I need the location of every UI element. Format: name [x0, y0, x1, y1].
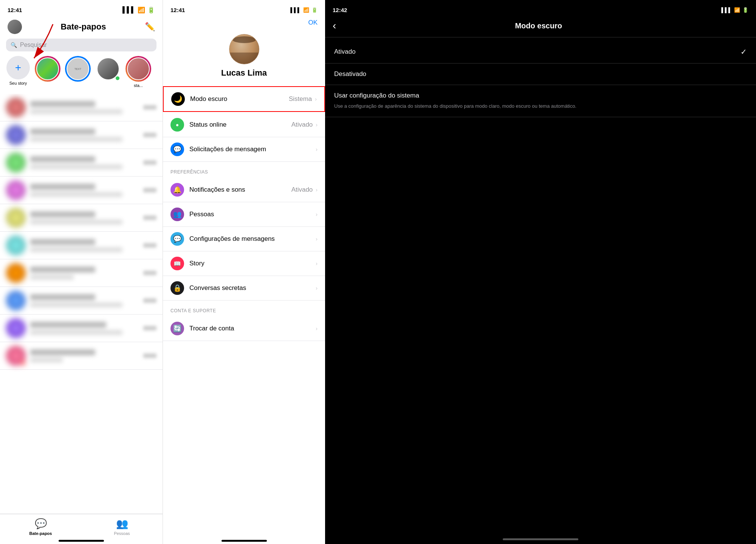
search-icon: 🔍 — [11, 42, 17, 48]
story-item-3[interactable] — [95, 56, 121, 88]
stories-row: + Seu story TEXT — [0, 56, 163, 94]
notifications-chevron: › — [316, 187, 318, 193]
dark-mode-label: Modo escuro — [190, 95, 289, 103]
config-messages-icon: 💬 — [170, 232, 184, 246]
ok-button[interactable]: OK — [308, 19, 318, 26]
dark-mode-option-ativado[interactable]: Ativado ✓ — [325, 40, 756, 64]
chat-tab-icon: 💬 — [35, 518, 47, 530]
tab-pessoas[interactable]: 👥 Pessoas — [81, 518, 163, 536]
chat-text-5 — [30, 211, 139, 225]
status-time-2: 12:41 — [170, 7, 185, 13]
chat-avatar-10 — [6, 346, 26, 366]
avatar-img — [8, 20, 22, 34]
wifi-icon-2: 📶 — [303, 7, 309, 13]
story-item-1[interactable] — [35, 56, 60, 88]
chat-list — [0, 94, 163, 514]
status-online-chevron: › — [316, 122, 318, 128]
panel-dark-mode: 12:42 ▌▌▌ 📶 🔋 ‹ Modo escuro Ativado ✓ De… — [325, 0, 756, 544]
status-icons-3: ▌▌▌ 📶 🔋 — [721, 7, 748, 13]
usar-config-section[interactable]: Usar configuração do sistema Use a confi… — [325, 85, 756, 117]
ok-button-row: OK — [163, 17, 325, 30]
chat-row-2[interactable] — [0, 121, 163, 149]
chat-row-10[interactable] — [0, 342, 163, 370]
chat-row-7[interactable] — [0, 259, 163, 287]
menu-item-switch-account[interactable]: 🔄 Trocar de conta › — [163, 316, 325, 341]
tab-bar: 💬 Bate-papos 👥 Pessoas — [0, 514, 163, 544]
chat-time-1 — [143, 105, 156, 110]
ativado-label: Ativado — [334, 48, 356, 56]
menu-item-story[interactable]: 📖 Story › — [163, 251, 325, 276]
dark-mode-icon: 🌙 — [171, 92, 185, 106]
story-ring-4 — [125, 56, 151, 82]
message-requests-label: Solicitações de mensagem — [189, 146, 316, 153]
status-bar-3: 12:42 ▌▌▌ 📶 🔋 — [325, 0, 756, 17]
story-item-2[interactable]: TEXT — [65, 56, 91, 88]
home-indicator-2 — [222, 540, 267, 542]
chat-time-7 — [143, 271, 156, 275]
chat-text-8 — [30, 294, 139, 307]
chat-row-1[interactable] — [0, 94, 163, 121]
status-bar-1: 12:41 ▌▌▌ 📶 🔋 — [0, 0, 163, 17]
chat-row-4[interactable] — [0, 177, 163, 204]
menu-item-message-requests[interactable]: 💬 Solicitações de mensagem › — [163, 137, 325, 162]
chat-time-2 — [143, 133, 156, 137]
story-ring-3 — [95, 56, 121, 82]
menu-item-dark-mode[interactable]: 🌙 Modo escuro Sistema › — [163, 86, 325, 112]
chat-avatar-3 — [6, 153, 26, 172]
battery-icon-3: 🔋 — [742, 7, 748, 13]
story-avatar-4 — [127, 57, 150, 80]
chat-avatar-1 — [6, 98, 26, 117]
dark-mode-page-title: Modo escuro — [344, 22, 733, 30]
chat-avatar-7 — [6, 263, 26, 283]
message-requests-chevron: › — [316, 146, 318, 152]
chat-text-9 — [30, 322, 139, 335]
section-header-account: CONTA E SUPORTE — [163, 301, 325, 316]
tab-bate-papos[interactable]: 💬 Bate-papos — [0, 518, 81, 536]
search-bar[interactable]: 🔍 Pesquisar — [6, 39, 156, 51]
story-label-4: sta... — [134, 83, 143, 88]
usar-config-description: Use a configuração de aparência do siste… — [334, 102, 747, 110]
battery-icon-1: 🔋 — [147, 6, 155, 14]
chat-time-9 — [143, 326, 156, 330]
profile-name: Lucas Lima — [221, 68, 267, 78]
battery-icon-2: 🔋 — [311, 7, 318, 13]
ativado-checkmark: ✓ — [741, 47, 747, 56]
menu-item-secret-chats[interactable]: 🔒 Conversas secretas › — [163, 276, 325, 301]
user-avatar-header[interactable] — [8, 20, 22, 34]
chat-time-8 — [143, 298, 156, 303]
compose-icon[interactable]: ✏️ — [145, 22, 155, 32]
chat-text-2 — [30, 129, 139, 142]
story-avatar-2: TEXT — [67, 57, 89, 80]
story-chevron: › — [316, 260, 318, 267]
chat-row-6[interactable] — [0, 232, 163, 259]
chat-tab-label: Bate-papos — [29, 531, 52, 536]
status-icons-2: ▌▌▌ 📶 🔋 — [290, 7, 318, 13]
settings-menu: 🌙 Modo escuro Sistema › ● Status online … — [163, 85, 325, 544]
chat-text-3 — [30, 156, 139, 169]
story-item-4[interactable]: sta... — [125, 56, 151, 88]
chat-row-9[interactable] — [0, 315, 163, 342]
menu-item-config-messages[interactable]: 💬 Configurações de mensagens › — [163, 227, 325, 251]
notifications-value: Ativado — [291, 186, 313, 194]
secret-chats-icon: 🔒 — [170, 281, 184, 295]
chat-row-8[interactable] — [0, 287, 163, 315]
menu-item-notifications[interactable]: 🔔 Notificações e sons Ativado › — [163, 178, 325, 202]
menu-item-pessoas[interactable]: 👥 Pessoas › — [163, 202, 325, 227]
chat-text-1 — [30, 101, 139, 114]
story-item-seu-story[interactable]: + Seu story — [6, 56, 30, 88]
pessoas-icon: 👥 — [170, 208, 184, 221]
chat-row-3[interactable] — [0, 149, 163, 177]
back-button[interactable]: ‹ — [333, 20, 336, 32]
menu-item-status-online[interactable]: ● Status online Ativado › — [163, 113, 325, 137]
add-story-button[interactable]: + — [6, 56, 30, 79]
status-icons-1: ▌▌▌ 📶 🔋 — [122, 6, 155, 14]
story-label: Story — [189, 260, 316, 267]
dark-mode-value: Sistema — [289, 95, 312, 103]
home-indicator-1 — [59, 540, 104, 542]
chat-list-header: Bate-papos ✏️ — [0, 17, 163, 39]
status-online-value: Ativado — [291, 121, 313, 129]
dark-mode-option-desativado[interactable]: Desativado — [325, 64, 756, 85]
desativado-label: Desativado — [334, 70, 366, 78]
story-label-0: Seu story — [9, 81, 27, 85]
chat-row-5[interactable] — [0, 204, 163, 232]
